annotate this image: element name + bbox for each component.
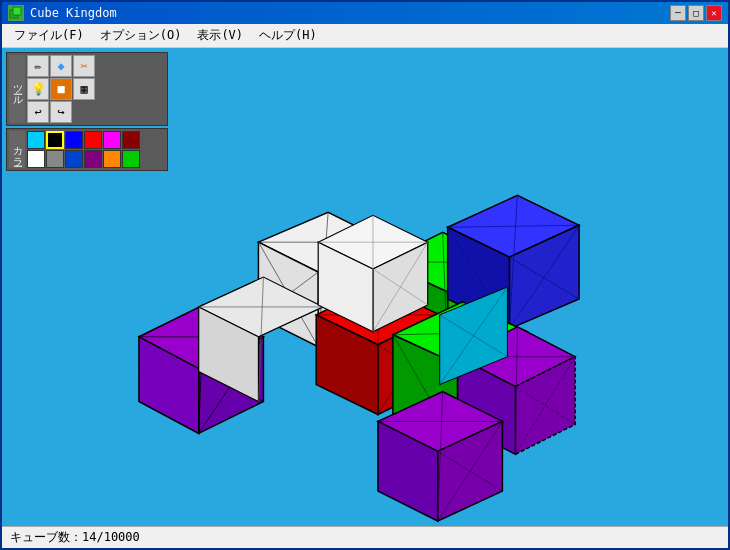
window-controls: ─ □ ✕ [670,5,722,21]
menu-file[interactable]: ファイル(F) [6,25,92,46]
close-button[interactable]: ✕ [706,5,722,21]
scene-svg[interactable] [2,48,728,526]
svg-rect-1 [13,7,21,15]
menu-options[interactable]: オプション(O) [92,25,190,46]
main-window: Cube Kingdom ─ □ ✕ ファイル(F) オプション(O) 表示(V… [0,0,730,550]
main-canvas[interactable]: ツール ✏ ◆ ✂ 💡 ■ ▦ ↩ ↪ [2,48,728,526]
menu-bar: ファイル(F) オプション(O) 表示(V) ヘルプ(H) [2,24,728,48]
maximize-button[interactable]: □ [688,5,704,21]
minimize-button[interactable]: ─ [670,5,686,21]
title-bar: Cube Kingdom ─ □ ✕ [2,2,728,24]
status-bar: キューブ数：14/10000 [2,526,728,548]
app-icon [8,5,24,21]
menu-view[interactable]: 表示(V) [189,25,251,46]
menu-help[interactable]: ヘルプ(H) [251,25,325,46]
window-title: Cube Kingdom [30,6,670,20]
status-text: キューブ数：14/10000 [10,529,140,546]
